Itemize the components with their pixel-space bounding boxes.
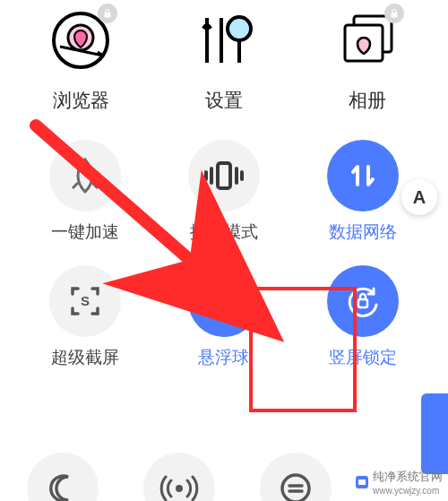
float-ball-icon <box>188 265 260 337</box>
qs-label: 超级截屏 <box>51 346 119 369</box>
shortcut-row: 浏览器 设置 相册 <box>0 0 448 113</box>
edit-label: A <box>413 187 426 208</box>
watermark-logo-icon <box>355 475 369 489</box>
qs-rotation-lock[interactable]: 竖屏锁定 <box>293 265 432 369</box>
shortcut-label: 浏览器 <box>53 88 109 113</box>
lock-badge-icon <box>98 4 117 23</box>
shortcut-browser[interactable]: 浏览器 <box>22 9 139 113</box>
qs-hotspot[interactable] <box>143 453 215 501</box>
qs-float-ball[interactable]: 悬浮球 <box>155 265 294 369</box>
qs-night-mode[interactable] <box>27 453 99 501</box>
qs-more[interactable] <box>260 453 332 501</box>
qs-label: 振动模式 <box>190 220 258 244</box>
browser-icon <box>49 9 112 72</box>
quick-settings-grid: 一键加速 振动模式 数据网络 S 超级截屏 <box>0 140 448 369</box>
svg-point-18 <box>282 475 309 501</box>
side-panel-edge[interactable] <box>421 393 448 474</box>
settings-icon <box>193 9 255 72</box>
hotspot-icon <box>159 471 199 501</box>
qs-super-screenshot[interactable]: S 超级截屏 <box>16 265 155 369</box>
rotation-lock-icon <box>327 265 399 337</box>
shortcut-gallery[interactable]: 相册 <box>309 9 426 113</box>
qs-boost[interactable]: 一键加速 <box>16 140 155 244</box>
svg-point-14 <box>211 288 237 315</box>
svg-rect-23 <box>358 479 366 485</box>
quick-settings-row-partial <box>16 453 332 501</box>
svg-rect-3 <box>105 13 111 18</box>
svg-rect-16 <box>358 299 367 307</box>
svg-point-17 <box>176 485 183 492</box>
edit-button[interactable]: A <box>401 179 437 215</box>
qs-label: 数据网络 <box>329 220 397 244</box>
svg-text:S: S <box>81 293 90 308</box>
qs-label: 悬浮球 <box>198 346 249 369</box>
shortcut-label: 设置 <box>205 88 243 113</box>
qs-label: 竖屏锁定 <box>329 346 397 369</box>
svg-point-7 <box>228 17 251 40</box>
boost-icon <box>49 140 121 212</box>
watermark: 纯净系统官网 www.ycwjzy.com <box>355 469 443 496</box>
gallery-icon <box>336 9 399 72</box>
svg-rect-11 <box>392 13 398 18</box>
shortcut-settings[interactable]: 设置 <box>166 9 282 113</box>
data-network-icon <box>327 140 399 212</box>
watermark-url: www.ycwjzy.com <box>373 486 443 496</box>
qs-vibrate[interactable]: 振动模式 <box>155 140 294 244</box>
moon-icon <box>46 471 80 501</box>
qs-label: 一键加速 <box>51 220 119 244</box>
watermark-brand: 纯净系统官网 <box>373 469 443 485</box>
vibrate-icon <box>188 140 260 212</box>
svg-point-15 <box>219 296 229 307</box>
screenshot-icon: S <box>49 265 121 337</box>
more-icon <box>278 471 314 501</box>
svg-rect-12 <box>218 163 230 188</box>
shortcut-label: 相册 <box>349 88 386 113</box>
lock-badge-icon <box>384 4 404 23</box>
